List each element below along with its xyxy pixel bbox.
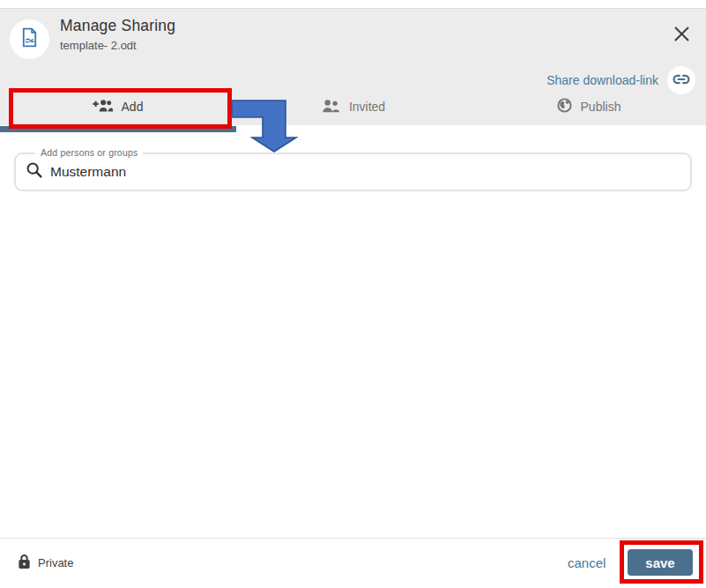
document-icon xyxy=(18,26,41,53)
lock-icon xyxy=(18,553,31,573)
tab-add[interactable]: Add xyxy=(0,88,235,125)
add-persons-input[interactable] xyxy=(50,164,614,180)
tab-invited[interactable]: Invited xyxy=(235,88,471,125)
tab-publish-label: Publish xyxy=(581,100,621,114)
field-label: Add persons or groups xyxy=(35,147,143,158)
manage-sharing-dialog: Manage Sharing template- 2.odt Share dow… xyxy=(0,0,706,588)
people-icon xyxy=(321,99,341,115)
save-button[interactable]: save xyxy=(628,549,693,576)
document-filename: template- 2.odt xyxy=(60,39,175,52)
close-icon xyxy=(673,25,691,46)
close-button[interactable] xyxy=(671,25,692,46)
tab-add-label: Add xyxy=(122,100,144,114)
cancel-button[interactable]: cancel xyxy=(568,555,606,570)
dialog-title: Manage Sharing xyxy=(60,17,175,35)
field-inner xyxy=(16,154,690,190)
dialog-header: Manage Sharing template- 2.odt Share dow… xyxy=(0,8,706,125)
privacy-status: Private xyxy=(18,553,73,573)
add-persons-field: Add persons or groups xyxy=(14,153,692,191)
header-text: Manage Sharing template- 2.odt xyxy=(60,17,175,52)
document-type-badge xyxy=(10,19,49,59)
tab-invited-label: Invited xyxy=(349,100,385,114)
person-add-icon xyxy=(93,98,114,115)
share-download-link[interactable]: Share download-link xyxy=(546,73,658,87)
footer-divider xyxy=(0,538,706,539)
tab-bar: Add Invited xyxy=(0,88,706,125)
search-icon xyxy=(26,161,43,182)
active-tab-indicator xyxy=(0,126,236,132)
privacy-status-label: Private xyxy=(38,556,73,569)
tab-publish[interactable]: Publish xyxy=(471,88,706,125)
globe-icon xyxy=(556,97,573,116)
